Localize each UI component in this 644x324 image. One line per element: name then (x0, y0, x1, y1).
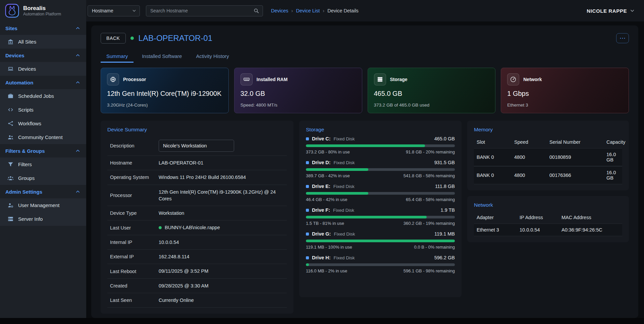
drive-stats: 389.7 GB - 42% in use 541.8 GB - 58% rem… (306, 173, 455, 178)
sidebar-item-community-content[interactable]: Community Content (0, 130, 86, 144)
chevron-down-icon (629, 8, 635, 14)
sidebar-item-user-management[interactable]: User Management (0, 198, 86, 212)
cpu-icon (107, 73, 119, 85)
memory-panel: Memory SlotSpeedSerial NumberCapacityBAN… (467, 121, 629, 190)
tab-installed-software[interactable]: Installed Software (136, 50, 187, 63)
tab-summary[interactable]: Summary (101, 50, 133, 63)
table-cell: BANK 0 (477, 154, 514, 160)
sidebar-section-label: Filters & Groups (5, 148, 45, 154)
sidebar-section-devices[interactable]: Devices (0, 49, 86, 62)
drive-drive-f: Drive F: Fixed Disk 1.9 TB 1.5 TB - 81% … (306, 207, 455, 226)
drive-usage-bar (306, 192, 455, 195)
device-details-panel: BACK LAB-OPERATOR-01 ⋯ SummaryInstalled … (91, 25, 638, 318)
drive-type: Fixed Disk (334, 136, 355, 141)
summary-row-label: Last User (110, 225, 159, 231)
memory-table: SlotSpeedSerial NumberCapacityBANK 04800… (474, 136, 622, 184)
groups-icon (7, 175, 14, 181)
summary-row-label: Device Type (110, 210, 159, 216)
sidebar-section-sites[interactable]: Sites (0, 21, 86, 35)
drive-bullet-icon (306, 161, 309, 164)
more-actions-button[interactable]: ⋯ (616, 33, 629, 43)
stat-card-title: Installed RAM (257, 77, 288, 82)
sidebar-item-workflows[interactable]: Workflows (0, 117, 86, 130)
sidebar-item-devices[interactable]: Devices (0, 62, 86, 76)
table-cell: BANK 0 (477, 173, 514, 178)
breadcrumb-device-list[interactable]: Device List (296, 8, 320, 13)
drive-stats: 373.2 GB - 80% in use 91.8 GB - 20% rema… (306, 149, 455, 154)
description-input[interactable] (159, 140, 234, 152)
breadcrumb-separator: › (323, 8, 324, 13)
drive-usage-fill (306, 240, 455, 242)
sidebar-item-label: Scheduled Jobs (18, 93, 54, 99)
drive-usage-fill (306, 216, 427, 218)
devices-icon (7, 66, 14, 72)
app-logo[interactable]: Borealis Automation Platform (0, 0, 86, 21)
drive-usage-fill (306, 263, 309, 266)
drive-type: Fixed Disk (334, 255, 355, 260)
breadcrumb-devices[interactable]: Devices (271, 8, 288, 13)
sidebar-item-label: Server Info (18, 216, 43, 222)
table-header: Speed (514, 139, 549, 145)
bank-icon (7, 39, 14, 45)
drive-used-text: 373.2 GB - 80% in use (306, 149, 350, 154)
chevron-up-icon (75, 189, 81, 195)
drive-usage-bar (306, 216, 455, 218)
page-header: BACK LAB-OPERATOR-01 ⋯ (101, 33, 629, 44)
drive-name: Drive F: (312, 207, 330, 213)
server-icon (7, 216, 14, 222)
drive-bullet-icon (306, 185, 309, 188)
back-button[interactable]: BACK (101, 33, 126, 44)
stat-card-value: 12th Gen Intel(R) Core(TM) i9-12900K (107, 90, 222, 98)
stat-card-header: Storage (374, 73, 489, 85)
sidebar-item-server-info[interactable]: Server Info (0, 212, 86, 226)
search-input[interactable] (150, 8, 253, 13)
summary-row-label: Internal IP (110, 240, 159, 245)
stat-card-storage: Storage 465.0 GB 373.2 GB of 465.0 GB us… (368, 68, 496, 113)
drive-stats: 119.1 MB - 100% in use 0.0 B - 0% remain… (306, 245, 455, 250)
summary-row-label: Hostname (110, 160, 159, 166)
drive-drive-g: Drive G: Fixed Disk 119.1 MB 119.1 MB - … (306, 231, 455, 250)
summary-row-label: Last Seen (110, 298, 159, 303)
stat-card-footer: 3.20GHz (24-Cores) (107, 103, 222, 108)
sidebar-section-admin-settings[interactable]: Admin Settings (0, 185, 86, 198)
sidebar-section-automation[interactable]: Automation (0, 76, 86, 89)
sidebar-item-all-sites[interactable]: All Sites (0, 35, 86, 49)
drive-name: Drive H: (312, 255, 331, 260)
drive-remaining-text: 65.4 GB - 58% remaining (406, 197, 455, 202)
stat-card-value: 465.0 GB (374, 90, 489, 98)
sidebar-item-groups[interactable]: Groups (0, 171, 86, 185)
drive-name: Drive E: (312, 184, 330, 189)
sidebar-item-scheduled-jobs[interactable]: Scheduled Jobs (0, 89, 86, 103)
online-dot (159, 226, 162, 229)
tab-activity-history[interactable]: Activity History (190, 50, 234, 63)
table-header-row: SlotSpeedSerial NumberCapacity (474, 136, 622, 148)
drive-drive-d: Drive D: Fixed Disk 931.5 GB 389.7 GB - … (306, 160, 455, 178)
drive-type: Fixed Disk (333, 208, 354, 213)
chevron-up-icon (75, 79, 81, 85)
summary-row-value: 162.248.8.114 (159, 253, 287, 260)
drive-name: Drive D: (312, 160, 331, 165)
table-row: Ethernet 310.0.0.54A0:36:9F:94:26:5C (474, 223, 622, 236)
user-menu[interactable]: NICOLE RAPPE (587, 8, 635, 14)
drive-name: Drive C: (312, 136, 331, 141)
drive-usage-bar (306, 240, 455, 242)
table-header: MAC Address (561, 215, 620, 220)
user-gear-icon (7, 202, 14, 208)
summary-row-internal-ip: Internal IP 10.0.0.54 (107, 235, 287, 250)
search-hostname-box[interactable] (146, 5, 263, 16)
breadcrumb-device-details: Device Details (327, 8, 359, 13)
hostname-filter-select[interactable]: Hostname (88, 5, 140, 16)
sidebar-item-scripts[interactable]: Scripts (0, 103, 86, 117)
network-panel: Network AdapterIP AddressMAC AddressEthe… (467, 196, 629, 242)
stat-card-header: Network (507, 73, 623, 85)
summary-row-device-type: Device Type Workstation (107, 206, 287, 220)
sidebar-section-filters-groups[interactable]: Filters & Groups (0, 144, 86, 157)
sidebar-item-filters[interactable]: Filters (0, 157, 86, 171)
drive-used-text: 1.5 TB - 81% in use (306, 221, 344, 226)
workflow-icon (7, 120, 14, 127)
drive-header: Drive C: Fixed Disk 465.0 GB (306, 136, 455, 141)
table-cell: 4800 (514, 154, 549, 160)
disk-stack-icon (374, 73, 386, 85)
app-root: Borealis Automation Platform Sites All S… (0, 0, 644, 318)
sidebar-item-label: Filters (18, 161, 32, 167)
